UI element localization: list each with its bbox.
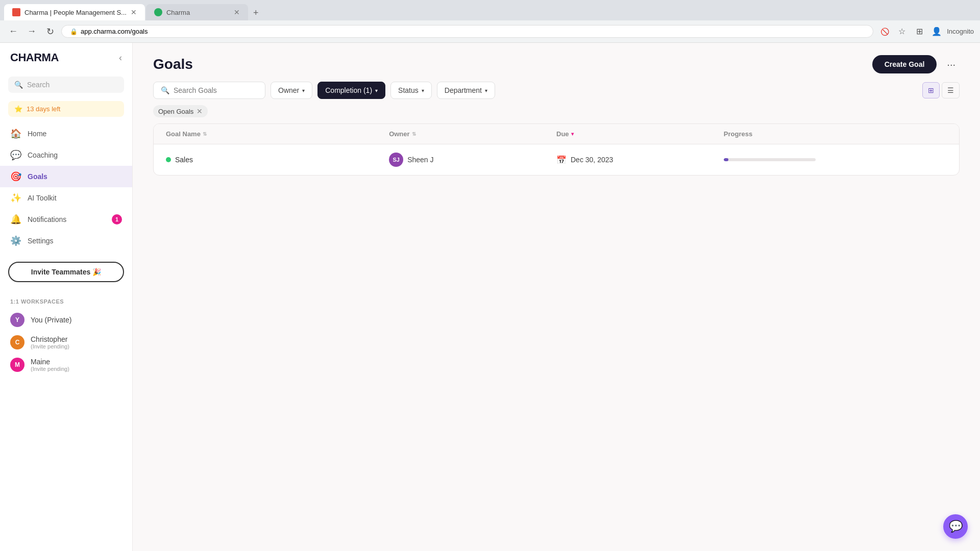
coaching-icon: 💬 <box>10 149 21 161</box>
workspace-maine-sub: (Invite pending) <box>31 366 69 372</box>
search-goals-input[interactable] <box>174 86 255 94</box>
sidebar-item-ai-toolkit[interactable]: ✨ AI Toolkit <box>0 187 132 209</box>
goals-table: Goal Name ⇅ Owner ⇅ Due ▾ Progress <box>153 123 960 176</box>
goal-status-dot <box>166 157 171 162</box>
search-icon: 🔍 <box>14 81 23 89</box>
workspace-christopher[interactable]: C Christopher (Invite pending) <box>0 331 132 354</box>
workspace-you-name: You (Private) <box>31 316 71 324</box>
logo-text: CHARMA <box>10 51 59 64</box>
workspace-maine-avatar: M <box>10 358 24 372</box>
sidebar-item-notifications-label: Notifications <box>28 215 66 223</box>
table-header: Goal Name ⇅ Owner ⇅ Due ▾ Progress <box>154 124 959 144</box>
department-filter-button[interactable]: Department ▾ <box>437 82 495 99</box>
create-goal-button[interactable]: Create Goal <box>872 55 937 73</box>
sidebar-item-settings-label: Settings <box>28 237 54 245</box>
sidebar-collapse-button[interactable]: ‹ <box>119 53 122 63</box>
workspace-christopher-avatar: C <box>10 335 24 349</box>
tab2-favicon <box>154 8 162 16</box>
workspace-maine-name: Maine <box>31 358 69 366</box>
owner-filter-label: Owner <box>278 86 299 94</box>
nav-items: 🏠 Home 💬 Coaching 🎯 Goals ✨ AI Toolkit 🔔… <box>0 121 132 254</box>
forward-button[interactable]: → <box>24 24 39 39</box>
bookmark-icon[interactable]: ☆ <box>895 24 909 39</box>
goal-name-sort-icon: ⇅ <box>203 131 207 137</box>
open-goals-filter-tag: Open Goals ✕ <box>153 105 208 117</box>
tab-label: Charma | People Management S... <box>24 9 127 16</box>
header-actions: Create Goal ··· <box>872 55 960 73</box>
workspace-you[interactable]: Y You (Private) <box>0 309 132 331</box>
workspace-you-avatar: Y <box>10 313 24 327</box>
workspace-christopher-name: Christopher <box>31 335 69 343</box>
camera-off-icon[interactable]: 🚫 <box>877 24 892 39</box>
sidebar-search[interactable]: 🔍 Search <box>8 77 124 93</box>
grid-icon: ⊞ <box>928 86 934 94</box>
workspace-maine[interactable]: M Maine (Invite pending) <box>0 354 132 376</box>
home-icon: 🏠 <box>10 128 21 139</box>
address-bar[interactable]: 🔒 <box>61 25 873 38</box>
browser-tab-active[interactable]: Charma | People Management S... ✕ <box>4 4 145 20</box>
column-due: Due ▾ <box>556 130 724 138</box>
trial-banner: ⭐ 13 days left <box>8 101 124 117</box>
sidebar-item-settings[interactable]: ⚙️ Settings <box>0 230 132 252</box>
owner-name: Sheen J <box>407 156 433 164</box>
department-chevron-down-icon: ▾ <box>485 88 487 93</box>
department-filter-label: Department <box>445 86 482 94</box>
more-options-button[interactable]: ··· <box>943 57 960 72</box>
chat-icon: 💬 <box>949 520 963 533</box>
due-sort-icon: ▾ <box>571 131 574 137</box>
url-input[interactable] <box>81 28 865 35</box>
column-owner: Owner ⇅ <box>389 130 556 138</box>
progress-cell <box>724 158 947 161</box>
progress-bar-background <box>724 158 816 161</box>
sidebar-item-coaching[interactable]: 💬 Coaching <box>0 144 132 166</box>
settings-icon: ⚙️ <box>10 235 21 246</box>
list-icon: ☰ <box>947 86 954 94</box>
calendar-icon: 📅 <box>556 155 567 165</box>
notifications-icon: 🔔 <box>10 214 21 225</box>
refresh-button[interactable]: ↻ <box>43 24 57 39</box>
list-view-button[interactable]: ☰ <box>942 82 960 98</box>
invite-teammates-button[interactable]: Invite Teammates 🎉 <box>8 262 124 282</box>
progress-bar-fill <box>724 158 728 161</box>
completion-filter-button[interactable]: Completion (1) ▾ <box>317 82 385 99</box>
column-progress: Progress <box>724 130 947 138</box>
browser-tab-inactive[interactable]: Charma ✕ <box>146 4 248 20</box>
sidebar-item-ai-toolkit-label: AI Toolkit <box>28 194 57 202</box>
column-due-label: Due <box>556 130 569 138</box>
sidebar-item-goals[interactable]: 🎯 Goals <box>0 166 132 187</box>
browser-nav-bar: ← → ↻ 🔒 🚫 ☆ ⊞ 👤 Incognito <box>0 20 980 43</box>
due-cell: 📅 Dec 30, 2023 <box>556 155 724 165</box>
sidebar-toggle-icon[interactable]: ⊞ <box>912 24 926 39</box>
page-title: Goals <box>153 56 193 72</box>
owner-chevron-down-icon: ▾ <box>302 88 305 93</box>
column-goal-name: Goal Name ⇅ <box>166 130 389 138</box>
column-owner-label: Owner <box>389 130 409 138</box>
workspaces-section-label: 1:1 Workspaces <box>0 290 132 309</box>
status-filter-button[interactable]: Status ▾ <box>390 82 432 99</box>
search-filter[interactable]: 🔍 <box>153 82 265 99</box>
browser-tabs: Charma | People Management S... ✕ Charma… <box>0 0 980 20</box>
sidebar-item-notifications[interactable]: 🔔 Notifications 1 <box>0 209 132 230</box>
trial-text: 13 days left <box>27 105 61 113</box>
tab2-close-btn[interactable]: ✕ <box>234 8 240 16</box>
grid-view-button[interactable]: ⊞ <box>922 82 940 98</box>
table-row[interactable]: Sales SJ Sheen J 📅 Dec 30, 2023 <box>154 144 959 175</box>
completion-filter-label: Completion (1) <box>325 86 372 94</box>
profile-icon[interactable]: 👤 <box>929 24 944 39</box>
active-filters: Open Goals ✕ <box>133 105 980 123</box>
lock-icon: 🔒 <box>70 28 78 35</box>
notifications-badge: 1 <box>112 214 122 224</box>
sidebar-item-home[interactable]: 🏠 Home <box>0 123 132 144</box>
owner-filter-button[interactable]: Owner ▾ <box>271 82 312 99</box>
incognito-label: Incognito <box>947 28 974 35</box>
tab-close-btn[interactable]: ✕ <box>131 8 137 16</box>
back-button[interactable]: ← <box>6 24 20 39</box>
filters-bar: 🔍 Owner ▾ Completion (1) ▾ Status ▾ Depa… <box>133 82 980 105</box>
owner-cell: SJ Sheen J <box>389 153 556 167</box>
remove-open-goals-filter-button[interactable]: ✕ <box>197 107 203 115</box>
tab2-label: Charma <box>166 9 190 16</box>
main-content: Goals Create Goal ··· 🔍 Owner ▾ Completi… <box>133 43 980 551</box>
page-header: Goals Create Goal ··· <box>133 43 980 82</box>
new-tab-button[interactable]: + <box>249 6 263 20</box>
chat-bubble-button[interactable]: 💬 <box>943 514 968 539</box>
